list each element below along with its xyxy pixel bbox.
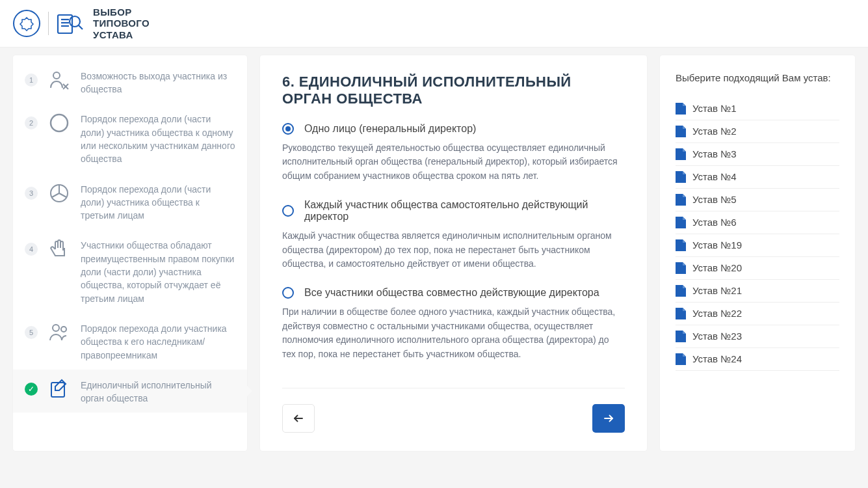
option-radio-row[interactable]: Все участники общества совместно действу…	[282, 287, 625, 299]
rightbar-title: Выберите подходящий Вам устав:	[676, 72, 839, 83]
charter-label: Устав №19	[692, 239, 742, 251]
svg-point-9	[51, 115, 68, 131]
charter-label: Устав №24	[692, 353, 742, 364]
step-number: 5	[25, 326, 38, 339]
hand-icon	[47, 237, 71, 261]
divider	[282, 388, 625, 388]
charter-label: Устав №23	[692, 331, 742, 342]
step-label: Участники общества обладают преимуществе…	[81, 237, 235, 305]
option-title: Все участники общества совместно действу…	[304, 287, 599, 299]
option-title: Каждый участник общества самостоятельно …	[304, 199, 625, 223]
main-content: 6. ЕДИНОЛИЧНЫЙ ИСПОЛНИТЕЛЬНЫЙ ОРГАН ОБЩЕ…	[260, 55, 647, 451]
document-icon	[676, 171, 686, 183]
sidebar-step-1[interactable]: 1Возможность выхода участника из обществ…	[13, 61, 247, 104]
step-number: 1	[25, 74, 38, 87]
charter-link[interactable]: Устав №20	[676, 257, 839, 280]
charter-link[interactable]: Устав №2	[676, 120, 839, 143]
charter-link[interactable]: Устав №24	[676, 348, 839, 371]
rightbar: Выберите подходящий Вам устав: Устав №1У…	[660, 55, 855, 451]
check-icon: ✓	[25, 383, 38, 396]
option-radio-row[interactable]: Одно лицо (генеральный директор)	[282, 123, 625, 135]
arrow-left-icon	[293, 413, 304, 424]
edit-icon	[47, 377, 71, 401]
charter-link[interactable]: Устав №5	[676, 189, 839, 211]
sidebar-step-4[interactable]: 4Участники общества обладают преимуществ…	[13, 230, 247, 312]
option-radio-row[interactable]: Каждый участник общества самостоятельно …	[282, 199, 625, 223]
option-1: Одно лицо (генеральный директор)Руководс…	[282, 123, 625, 183]
charter-label: Устав №22	[692, 308, 742, 319]
charter-label: Устав №1	[692, 103, 737, 114]
option-2: Каждый участник общества самостоятельно …	[282, 199, 625, 271]
svg-point-4	[70, 16, 80, 27]
step-label: Возможность выхода участника из общества	[81, 68, 235, 96]
sidebar-step-2[interactable]: 2Порядок перехода доли (части доли) учас…	[13, 103, 247, 173]
option-description: При наличии в обществе более одного учас…	[282, 305, 625, 362]
option-description: Руководство текущей деятельностью общест…	[282, 141, 625, 183]
charter-label: Устав №5	[692, 194, 737, 205]
document-icon	[676, 262, 686, 274]
app-title: ВЫБОР ТИПОВОГО УСТАВА	[93, 7, 150, 40]
document-icon	[676, 285, 686, 297]
svg-line-13	[52, 193, 59, 197]
pie-icon	[47, 182, 71, 205]
document-icon	[676, 126, 686, 137]
step-label: Порядок перехода доли участника общества…	[81, 321, 235, 362]
charter-label: Устав №6	[692, 217, 737, 228]
logo-doc-icon	[57, 11, 85, 36]
next-button[interactable]	[592, 404, 625, 433]
charter-link[interactable]: Устав №1	[676, 98, 839, 120]
document-icon	[676, 148, 686, 160]
charter-link[interactable]: Устав №21	[676, 280, 839, 303]
charter-label: Устав №20	[692, 262, 742, 273]
step-number: 4	[25, 243, 38, 256]
sidebar-step-3[interactable]: 3Порядок перехода доли (части доли) учас…	[13, 174, 247, 230]
option-3: Все участники общества совместно действу…	[282, 287, 625, 362]
step-number: 2	[25, 116, 38, 129]
charter-label: Устав №4	[692, 171, 737, 182]
emblem-icon	[13, 10, 40, 37]
option-title: Одно лицо (генеральный директор)	[304, 123, 476, 135]
sidebar: 1Возможность выхода участника из обществ…	[13, 55, 247, 451]
document-icon	[676, 217, 686, 228]
step-number: 3	[25, 187, 38, 200]
sidebar-step-6[interactable]: ✓Единоличный исполнительный орган общест…	[13, 370, 247, 413]
document-icon	[676, 308, 686, 319]
svg-line-12	[59, 193, 66, 197]
option-description: Каждый участник общества является единол…	[282, 229, 625, 271]
charter-link[interactable]: Устав №4	[676, 166, 839, 189]
document-icon	[676, 353, 686, 365]
users-icon	[47, 321, 71, 344]
arrow-right-icon	[603, 413, 614, 424]
step-label: Порядок перехода доли (части доли) участ…	[81, 111, 235, 165]
step-label: Порядок перехода доли (части доли) участ…	[81, 182, 235, 223]
app-header: ВЫБОР ТИПОВОГО УСТАВА	[0, 0, 868, 47]
charter-link[interactable]: Устав №3	[676, 143, 839, 166]
user-exit-icon	[47, 68, 71, 92]
step-label: Единоличный исполнительный орган обществ…	[81, 377, 235, 405]
circle-icon	[47, 111, 71, 135]
prev-button[interactable]	[282, 404, 315, 433]
radio-button[interactable]	[282, 205, 294, 217]
document-icon	[676, 239, 686, 251]
charter-link[interactable]: Устав №6	[676, 211, 839, 234]
svg-point-15	[61, 327, 66, 332]
page-title: 6. ЕДИНОЛИЧНЫЙ ИСПОЛНИТЕЛЬНЫЙ ОРГАН ОБЩЕ…	[282, 74, 625, 107]
document-icon	[676, 194, 686, 206]
charter-label: Устав №21	[692, 285, 742, 296]
radio-button[interactable]	[282, 123, 294, 135]
charter-link[interactable]: Устав №19	[676, 234, 839, 257]
svg-point-14	[53, 325, 59, 331]
charter-link[interactable]: Устав №22	[676, 303, 839, 325]
svg-line-5	[79, 25, 83, 29]
document-icon	[676, 103, 686, 115]
svg-point-6	[53, 72, 60, 79]
charter-label: Устав №2	[692, 126, 737, 137]
radio-button[interactable]	[282, 287, 294, 299]
header-divider	[48, 12, 49, 35]
charter-label: Устав №3	[692, 148, 737, 159]
document-icon	[676, 331, 686, 342]
charter-link[interactable]: Устав №23	[676, 325, 839, 348]
sidebar-step-5[interactable]: 5Порядок перехода доли участника обществ…	[13, 313, 247, 370]
